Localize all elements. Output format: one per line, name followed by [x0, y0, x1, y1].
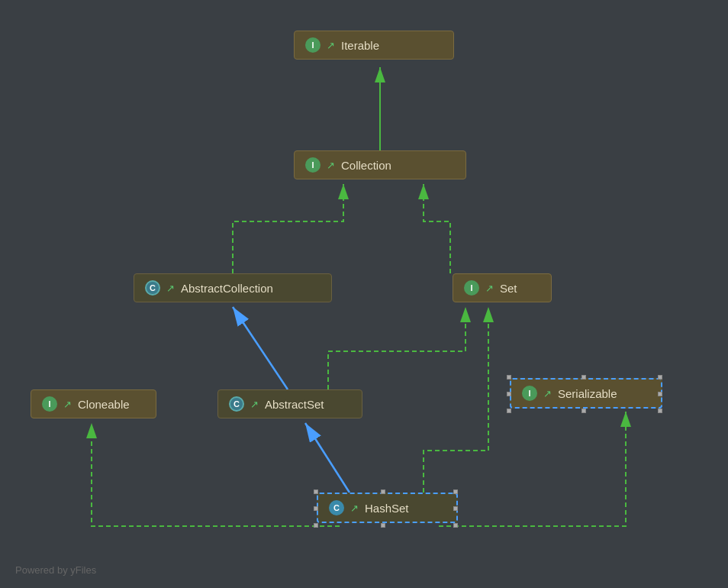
badge-abstractset: C: [229, 396, 244, 412]
badge-collection: I: [305, 157, 321, 173]
label-hashset: HashSet: [365, 502, 409, 515]
label-abstractset: AbstractSet: [265, 398, 324, 411]
svg-line-4: [233, 307, 288, 389]
node-iterable[interactable]: I ↗ Iterable: [294, 31, 454, 60]
node-cloneable[interactable]: I ↗ Cloneable: [31, 389, 156, 418]
node-collection[interactable]: I ↗ Collection: [294, 150, 466, 179]
icon-abstractset: ↗: [250, 399, 259, 410]
handle-hs-se: [453, 523, 458, 528]
label-serializable: Serializable: [558, 387, 617, 400]
label-abstractcollection: AbstractCollection: [181, 282, 273, 295]
handle-w: [507, 392, 511, 396]
node-hashset[interactable]: C ↗ HashSet: [317, 493, 458, 523]
handle-se: [658, 409, 662, 413]
badge-set: I: [464, 280, 479, 296]
handle-nw: [507, 375, 511, 380]
icon-cloneable: ↗: [63, 399, 72, 410]
handle-hs-s: [381, 523, 385, 528]
handle-n: [581, 375, 586, 380]
label-cloneable: Cloneable: [78, 398, 130, 411]
label-iterable: Iterable: [341, 39, 379, 52]
handle-hs-nw: [314, 489, 318, 494]
watermark-text: Powered by yFiles: [15, 564, 96, 576]
handle-e: [658, 392, 662, 396]
label-set: Set: [500, 282, 517, 295]
icon-set: ↗: [485, 283, 494, 294]
handle-sw: [507, 409, 511, 413]
node-set[interactable]: I ↗ Set: [453, 273, 552, 302]
icon-iterable: ↗: [327, 40, 335, 51]
handle-ne: [658, 375, 662, 380]
handle-hs-n: [381, 489, 385, 494]
label-collection: Collection: [341, 159, 391, 172]
diagram-canvas[interactable]: I ↗ Iterable I ↗ Collection C ↗ Abstract…: [0, 0, 728, 588]
icon-collection: ↗: [327, 160, 335, 171]
badge-serializable: I: [522, 386, 537, 401]
icon-serializable: ↗: [543, 388, 552, 399]
handle-hs-e: [453, 506, 458, 511]
badge-iterable: I: [305, 37, 321, 53]
handle-s: [581, 409, 586, 413]
badge-cloneable: I: [42, 396, 57, 412]
node-serializable[interactable]: I ↗ Serializable: [510, 378, 662, 409]
icon-hashset: ↗: [350, 502, 359, 514]
svg-line-5: [305, 423, 350, 493]
badge-abstractcollection: C: [145, 280, 160, 296]
node-abstractcollection[interactable]: C ↗ AbstractCollection: [134, 273, 332, 302]
handle-hs-ne: [453, 489, 458, 494]
icon-abstractcollection: ↗: [166, 283, 175, 294]
handle-hs-sw: [314, 523, 318, 528]
node-abstractset[interactable]: C ↗ AbstractSet: [217, 389, 362, 418]
watermark: Powered by yFiles: [15, 564, 96, 576]
handle-hs-w: [314, 506, 318, 511]
badge-hashset: C: [329, 500, 344, 515]
